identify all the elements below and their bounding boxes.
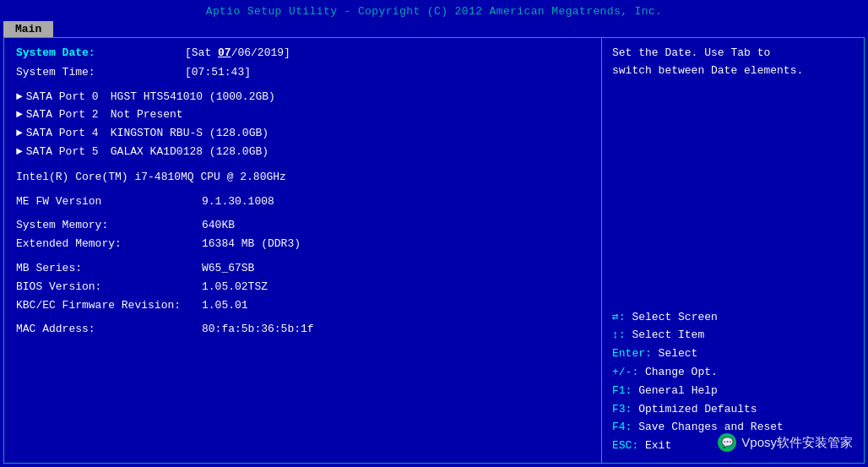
tab-bar: Main [3, 21, 865, 37]
left-panel: System Date: [Sat 07/06/2019] System Tim… [4, 38, 602, 463]
sata-list: ► SATA Port 0 HGST HTS541010 (1000.2GB) … [16, 89, 589, 161]
key-change: +/-: Change Opt. [612, 364, 854, 382]
title-bar: Aptio Setup Utility - Copyright (C) 2012… [3, 3, 865, 21]
sata-port-1: SATA Port 2 [26, 106, 111, 124]
sys-mem-row: System Memory: 640KB [16, 217, 589, 235]
sata-row-3[interactable]: ► SATA Port 5 GALAX KA1D0128 (128.0GB) [16, 144, 589, 161]
arrow-icon-2: ► [16, 125, 23, 143]
cpu-info: Intel(R) Core(TM) i7-4810MQ CPU @ 2.80GH… [16, 169, 589, 187]
key-select-item: ↕: Select Item [612, 327, 854, 345]
arrow-icon-0: ► [16, 89, 23, 106]
ext-mem-label: Extended Memory: [16, 236, 202, 253]
sata-device-3: GALAX KA1D0128 (128.0GB) [111, 144, 269, 161]
bios-row: BIOS Version: 1.05.02TSZ [16, 279, 589, 296]
sata-row-2[interactable]: ► SATA Port 4 KINGSTON RBU-S (128.0GB) [16, 125, 589, 143]
help-line-2: switch between Date elements. [612, 62, 854, 80]
mac-value: 80:fa:5b:36:5b:1f [202, 321, 314, 339]
time-label: System Time: [16, 64, 185, 82]
mb-row: MB Series: W65_67SB [16, 260, 589, 278]
sata-port-2: SATA Port 4 [26, 125, 111, 143]
right-panel: Set the Date. Use Tab to switch between … [602, 38, 864, 463]
sata-device-1: Not Present [111, 106, 183, 124]
sata-device-0: HGST HTS541010 (1000.2GB) [111, 89, 275, 106]
ext-mem-row: Extended Memory: 16384 MB (DDR3) [16, 236, 589, 253]
ext-mem-value: 16384 MB (DDR3) [202, 236, 301, 253]
sys-mem-label: System Memory: [16, 217, 202, 235]
me-fw-value: 9.1.30.1008 [202, 193, 274, 211]
sata-port-0: SATA Port 0 [26, 89, 111, 106]
arrow-icon-1: ► [16, 106, 23, 124]
key-enter: Enter: Select [612, 345, 854, 363]
key-f1: F1: General Help [612, 383, 854, 400]
kbc-value: 1.05.01 [202, 297, 248, 315]
tab-main[interactable]: Main [3, 21, 53, 37]
mac-label: MAC Address: [16, 321, 202, 339]
kbc-label: KBC/EC Firmware Revision: [16, 297, 202, 315]
arrow-icon-3: ► [16, 144, 23, 161]
key-f3: F3: Optimized Defaults [612, 401, 854, 419]
time-value: [07:51:43] [185, 64, 251, 82]
kbc-row: KBC/EC Firmware Revision: 1.05.01 [16, 297, 589, 315]
date-label: System Date: [16, 45, 185, 62]
sata-row-1[interactable]: ► SATA Port 2 Not Present [16, 106, 589, 124]
help-line-1: Set the Date. Use Tab to [612, 45, 854, 62]
mb-label: MB Series: [16, 260, 202, 278]
sata-device-2: KINGSTON RBU-S (128.0GB) [111, 125, 269, 143]
sys-mem-value: 640KB [202, 217, 235, 235]
watermark: 💬 Vposy软件安装管家 [718, 433, 853, 452]
wechat-icon: 💬 [718, 433, 736, 452]
bios-label: BIOS Version: [16, 279, 202, 296]
date-value: [Sat 07/06/2019] [185, 45, 290, 62]
sata-row-0[interactable]: ► SATA Port 0 HGST HTS541010 (1000.2GB) [16, 89, 589, 106]
date-day-highlight: 07 [218, 46, 231, 59]
me-fw-row: ME FW Version 9.1.30.1008 [16, 193, 589, 211]
bios-value: 1.05.02TSZ [202, 279, 268, 296]
key-select-screen: ⇄: Select Screen [612, 309, 854, 327]
mac-row: MAC Address: 80:fa:5b:36:5b:1f [16, 321, 589, 339]
me-fw-label: ME FW Version [16, 193, 202, 211]
help-text: Set the Date. Use Tab to switch between … [612, 45, 854, 80]
mb-value: W65_67SB [202, 260, 254, 278]
sata-port-3: SATA Port 5 [26, 144, 111, 161]
watermark-text: Vposy软件安装管家 [741, 435, 853, 451]
title-text: Aptio Setup Utility - Copyright (C) 2012… [206, 5, 663, 18]
